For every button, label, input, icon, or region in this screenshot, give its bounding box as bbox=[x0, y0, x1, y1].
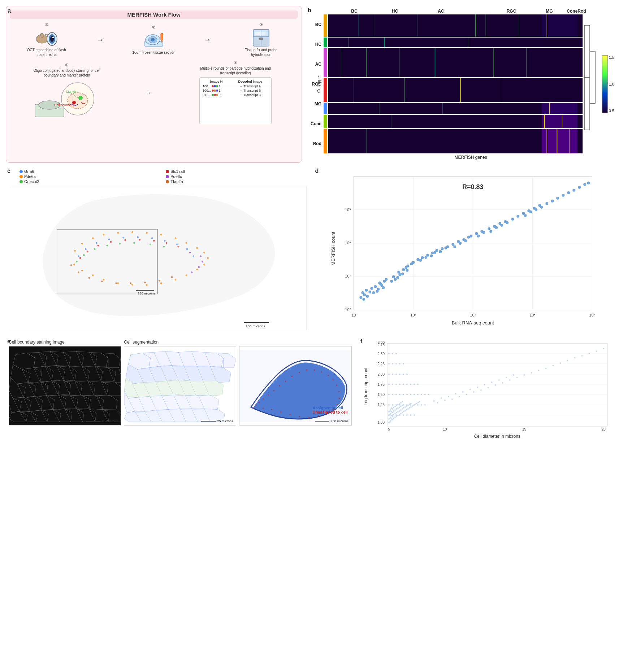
svg-point-507 bbox=[447, 396, 449, 397]
legend-dot-onecut2 bbox=[20, 180, 23, 183]
arrow-2: → bbox=[204, 36, 211, 44]
svg-point-456 bbox=[406, 394, 408, 395]
colorbar-mid: 1.0 bbox=[609, 82, 614, 86]
svg-point-153 bbox=[159, 280, 160, 282]
arrow-1: → bbox=[96, 36, 104, 44]
svg-point-477 bbox=[399, 414, 401, 416]
svg-point-365 bbox=[338, 391, 340, 392]
svg-point-249 bbox=[583, 183, 586, 186]
heatmap-row-hc-svg bbox=[328, 38, 583, 48]
legend-label-onecut2: Onecut2 bbox=[24, 179, 39, 184]
svg-point-243 bbox=[551, 200, 554, 202]
arrow-3: → bbox=[145, 88, 152, 97]
sub-panel-segmentation: Cell segmentation bbox=[124, 340, 236, 426]
svg-point-512 bbox=[484, 384, 485, 385]
svg-text:2.25: 2.25 bbox=[377, 362, 385, 366]
svg-point-483 bbox=[392, 384, 393, 385]
svg-point-354 bbox=[273, 390, 275, 392]
step-1-icon bbox=[34, 28, 59, 48]
svg-point-144 bbox=[198, 266, 200, 268]
svg-point-356 bbox=[285, 380, 286, 382]
svg-text:1.25: 1.25 bbox=[377, 403, 385, 407]
svg-point-245 bbox=[562, 194, 564, 197]
workflow-bottom-row: ④ Oligo conjugated antibody staining for… bbox=[10, 61, 298, 124]
svg-point-200 bbox=[421, 256, 424, 259]
step-3: ③ Tissue fix and probe hybridization bbox=[238, 22, 285, 57]
step-1-text: OCT embedding of flash frozen retina bbox=[23, 48, 70, 57]
svg-text:10⁵: 10⁵ bbox=[345, 208, 351, 212]
svg-point-540 bbox=[603, 348, 604, 349]
panel-e: e Cell boundary staining image bbox=[6, 337, 355, 444]
svg-point-360 bbox=[314, 370, 315, 371]
panel-c-label: c bbox=[7, 168, 10, 174]
svg-point-493 bbox=[395, 374, 397, 375]
svg-point-376 bbox=[263, 407, 264, 409]
svg-point-6 bbox=[52, 37, 54, 38]
svg-point-36 bbox=[214, 94, 216, 96]
heatmap-x-labels-top: BC HC AC RGC MG ConeRod bbox=[327, 9, 614, 14]
colorband-rod bbox=[324, 129, 327, 153]
svg-point-398 bbox=[404, 410, 406, 411]
svg-point-371 bbox=[308, 416, 310, 418]
segmentation-svg bbox=[124, 346, 236, 425]
svg-point-399 bbox=[406, 409, 407, 410]
svg-point-527 bbox=[509, 379, 510, 381]
svg-text:Cell diameter in microns: Cell diameter in microns bbox=[474, 434, 520, 439]
svg-point-2 bbox=[40, 34, 42, 35]
svg-point-29 bbox=[212, 85, 214, 87]
svg-point-511 bbox=[476, 387, 478, 388]
svg-point-88 bbox=[74, 250, 76, 252]
svg-point-240 bbox=[535, 208, 537, 211]
svg-point-500 bbox=[399, 363, 401, 365]
svg-point-454 bbox=[399, 394, 401, 395]
svg-point-372 bbox=[299, 416, 300, 418]
svg-point-351 bbox=[259, 402, 260, 403]
svg-point-110 bbox=[92, 274, 94, 276]
legend-dot-pde6c bbox=[166, 175, 169, 178]
colorbar bbox=[602, 55, 608, 113]
step-4: ④ Oligo conjugated antibody staining for… bbox=[31, 63, 103, 122]
assignment-image: Assigned to cell Unassigned to cell 250 … bbox=[239, 346, 351, 426]
svg-point-490 bbox=[417, 384, 419, 385]
svg-point-466 bbox=[399, 404, 401, 406]
svg-point-247 bbox=[572, 189, 575, 192]
svg-point-471 bbox=[417, 404, 419, 406]
svg-point-183 bbox=[378, 282, 381, 284]
svg-point-119 bbox=[151, 237, 153, 239]
svg-rect-377 bbox=[387, 343, 607, 426]
svg-point-388 bbox=[389, 421, 391, 423]
colorband-rgc bbox=[324, 78, 327, 102]
svg-point-126 bbox=[98, 245, 99, 246]
svg-point-451 bbox=[388, 394, 390, 395]
svg-point-349 bbox=[253, 407, 254, 409]
svg-point-389 bbox=[391, 418, 392, 420]
assignment-title bbox=[239, 340, 351, 345]
decode-row-3-result: → Transcript C bbox=[231, 93, 269, 97]
svg-point-396 bbox=[402, 412, 403, 413]
svg-point-390 bbox=[393, 418, 394, 419]
svg-point-501 bbox=[403, 363, 404, 365]
svg-point-92 bbox=[117, 232, 119, 234]
colorband-cone bbox=[324, 115, 327, 128]
scale-bar-line-3 bbox=[315, 421, 329, 422]
svg-point-192 bbox=[404, 266, 407, 269]
svg-point-188 bbox=[402, 268, 405, 271]
svg-point-129 bbox=[139, 239, 140, 241]
svg-point-497 bbox=[388, 363, 390, 365]
staining-scale-label: 25 microns bbox=[102, 419, 118, 423]
svg-point-108 bbox=[117, 282, 119, 284]
sub-panel-staining: Cell boundary staining image bbox=[9, 340, 121, 426]
heatmap-row-rod bbox=[328, 129, 583, 153]
panel-b-label: b bbox=[308, 7, 311, 14]
svg-point-537 bbox=[581, 355, 583, 357]
svg-point-172 bbox=[361, 291, 364, 294]
svg-point-102 bbox=[196, 269, 198, 270]
svg-point-515 bbox=[505, 377, 507, 378]
svg-rect-47 bbox=[328, 38, 583, 48]
svg-point-197 bbox=[406, 269, 408, 272]
svg-point-135 bbox=[94, 248, 96, 250]
svg-point-375 bbox=[271, 409, 273, 410]
svg-point-415 bbox=[394, 413, 396, 414]
legend-dot-grm6 bbox=[20, 170, 23, 173]
svg-point-358 bbox=[299, 372, 300, 374]
